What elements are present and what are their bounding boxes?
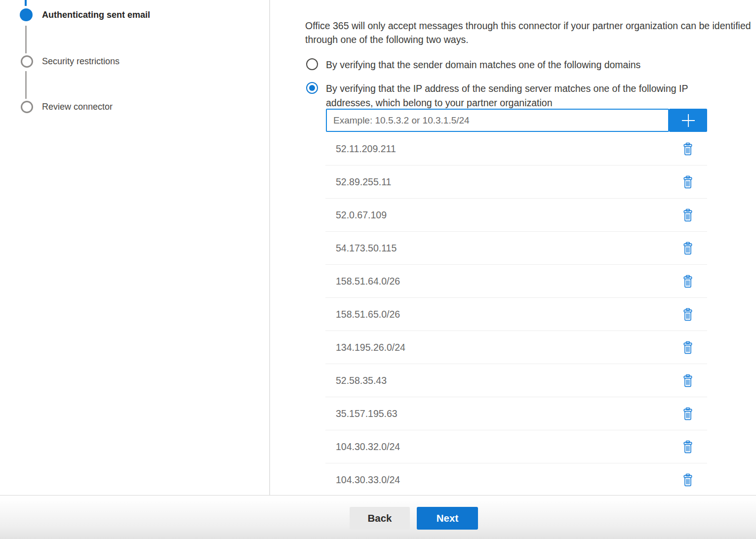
- trash-icon: [682, 341, 693, 354]
- delete-ip-button[interactable]: [681, 406, 694, 421]
- step-review-connector[interactable]: Review connector: [42, 102, 113, 112]
- back-button[interactable]: Back: [350, 507, 410, 530]
- step-current-dot: [20, 8, 33, 21]
- radio-selected-icon[interactable]: [306, 82, 318, 94]
- ip-address-value: 54.173.50.115: [336, 243, 397, 254]
- delete-ip-button[interactable]: [681, 241, 694, 256]
- ip-address-value: 104.30.32.0/24: [336, 441, 400, 453]
- trash-icon: [682, 374, 693, 387]
- next-button[interactable]: Next: [417, 507, 478, 530]
- radio-unselected-icon[interactable]: [306, 58, 318, 70]
- ip-address-value: 158.51.65.0/26: [336, 309, 400, 320]
- ip-address-value: 104.30.33.0/24: [336, 474, 400, 486]
- step-circle-icon: [21, 55, 33, 68]
- intro-text: Office 365 will only accept messages thr…: [305, 19, 756, 47]
- option-sender-domain-label: By verifying that the sender domain matc…: [326, 58, 732, 72]
- ip-address-input[interactable]: [326, 109, 669, 132]
- option-sender-domain[interactable]: By verifying that the sender domain matc…: [305, 58, 732, 72]
- add-ip-button[interactable]: [669, 109, 707, 132]
- delete-ip-button[interactable]: [681, 340, 694, 355]
- wizard-stepper: Authenticating sent email Security restr…: [0, 0, 270, 495]
- ip-address-value: 52.11.209.211: [336, 143, 396, 155]
- ip-address-row: 52.58.35.43: [325, 364, 707, 397]
- ip-address-value: 134.195.26.0/24: [336, 342, 405, 353]
- step-security-restrictions[interactable]: Security restrictions: [42, 56, 119, 67]
- delete-ip-button[interactable]: [681, 307, 694, 322]
- trash-icon: [682, 208, 693, 222]
- stepper-rail: [25, 26, 27, 53]
- delete-ip-button[interactable]: [681, 472, 694, 488]
- ip-address-list: 52.11.209.211 52.89.255.11: [325, 132, 707, 497]
- delete-ip-button[interactable]: [681, 373, 694, 388]
- ip-address-row: 104.30.32.0/24: [325, 430, 707, 463]
- trash-icon: [682, 275, 693, 288]
- stepper-rail: [25, 71, 27, 99]
- delete-ip-button[interactable]: [681, 174, 694, 190]
- ip-address-row: 158.51.65.0/26: [325, 298, 707, 331]
- step-content: Office 365 will only accept messages thr…: [270, 0, 756, 495]
- delete-ip-button[interactable]: [681, 141, 694, 157]
- option-ip-address[interactable]: By verifying that the IP address of the …: [305, 82, 732, 110]
- delete-ip-button[interactable]: [681, 439, 694, 455]
- trash-icon: [682, 440, 693, 454]
- ip-address-value: 158.51.64.0/26: [336, 276, 400, 287]
- delete-ip-button[interactable]: [681, 207, 694, 223]
- stepper-rail-completed: [25, 0, 27, 6]
- trash-icon: [682, 407, 693, 420]
- delete-ip-button[interactable]: [681, 274, 694, 289]
- plus-icon: [680, 112, 697, 129]
- ip-address-value: 52.58.35.43: [336, 375, 387, 386]
- ip-address-row: 54.173.50.115: [325, 232, 707, 265]
- ip-address-value: 35.157.195.63: [336, 408, 398, 419]
- trash-icon: [682, 175, 693, 189]
- ip-address-row: 52.11.209.211: [325, 132, 707, 166]
- step-authenticating-sent-email[interactable]: Authenticating sent email: [42, 10, 150, 20]
- footer-buttons: Back Next: [350, 507, 478, 530]
- trash-icon: [682, 308, 693, 321]
- ip-address-value: 52.89.255.11: [336, 176, 391, 188]
- trash-icon: [682, 142, 693, 156]
- ip-address-row: 52.0.67.109: [325, 199, 707, 232]
- step-circle-icon: [21, 101, 33, 113]
- ip-address-row: 158.51.64.0/26: [325, 265, 707, 298]
- option-ip-address-label: By verifying that the IP address of the …: [326, 82, 732, 110]
- ip-address-row: 52.89.255.11: [325, 166, 707, 199]
- trash-icon: [682, 242, 693, 255]
- wizard-footer: Back Next: [0, 495, 756, 539]
- connector-wizard-page: Authenticating sent email Security restr…: [0, 0, 756, 539]
- ip-address-value: 52.0.67.109: [336, 209, 387, 221]
- ip-address-row: 35.157.195.63: [325, 397, 707, 430]
- ip-address-row: 134.195.26.0/24: [325, 331, 707, 364]
- ip-address-row: 104.30.33.0/24: [325, 463, 707, 497]
- trash-icon: [682, 473, 693, 487]
